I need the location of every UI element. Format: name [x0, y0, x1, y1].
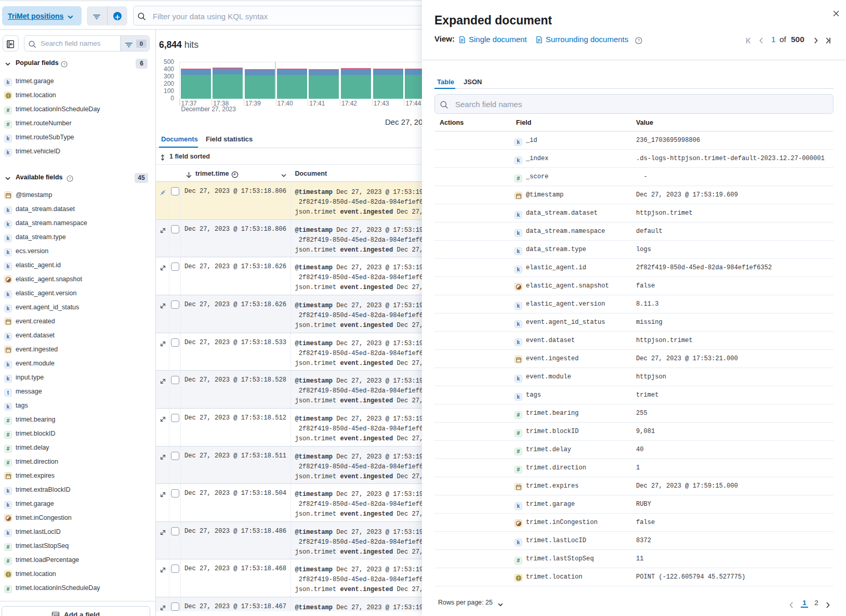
- svg-text:?: ?: [63, 62, 65, 67]
- svg-text:?: ?: [638, 38, 640, 43]
- svg-text:?: ?: [69, 177, 71, 181]
